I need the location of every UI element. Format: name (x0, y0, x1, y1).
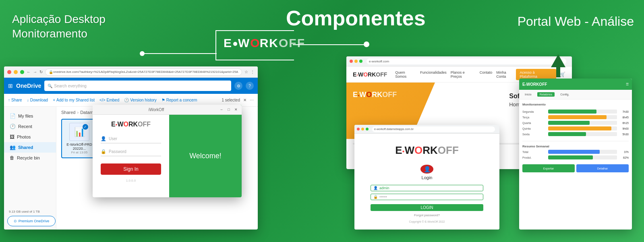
website-nav-items: Quem Somos Funcionalidades Planos e Preç… (395, 70, 516, 79)
analytics-row-4: Sexta 5h30 (522, 132, 629, 136)
popup-title: iWorkOff (96, 108, 217, 112)
left-section: Aplicação Desktop Monitoramento (12, 12, 106, 41)
wbc-max[interactable] (359, 60, 362, 63)
export-button[interactable]: Exportar (522, 164, 575, 172)
detail-button[interactable]: Detalhar (576, 164, 629, 172)
signin-button[interactable]: Sign In (101, 163, 161, 175)
analytics-summary: Resumo Semanal Total 37h Produt. 82% (522, 141, 629, 159)
file-date: Fri at 13:05 (71, 151, 87, 154)
onedrive-search[interactable]: 🔍 Search everything (44, 81, 231, 91)
onedrive-sidebar: 📄My files 🕐Recent 🖼Photos 👥Shared 🗑Recyc… (4, 107, 56, 230)
nav-item-quem[interactable]: Quem Somos (395, 70, 416, 79)
browser-close-btn[interactable] (7, 70, 11, 74)
wbc-close[interactable] (350, 60, 353, 63)
browser-chrome: ← → ↻ 🔒 onedrive.live.com/?authkey=%21AD… (4, 66, 258, 78)
nav-config[interactable]: Config. (558, 92, 572, 97)
login-username-input[interactable]: 👤 admin (371, 185, 483, 191)
desktop-popup: iWorkOff – □ ✕ E●WORKOFF 👤 User 🔒 Passwo… (93, 105, 242, 197)
selected-badge: 1 selected ✕ ⋯ (222, 98, 254, 102)
sidebar-item-photos[interactable]: 🖼Photos (4, 132, 56, 142)
browser-minimize-btn[interactable] (14, 70, 18, 74)
analytics-row-3: Quinta 9h00 (522, 126, 629, 130)
popup-left: E●WORKOFF 👤 User 🔒 Password Sign In 1.0.… (93, 105, 169, 197)
lbc-close[interactable] (357, 128, 360, 130)
sidebar-item-recent[interactable]: 🕐Recent (4, 121, 56, 132)
login-password-input[interactable]: 🔒 •••••• (371, 194, 483, 200)
left-connector-line (142, 53, 217, 54)
file-item[interactable]: 📊 ✓ E-WorkOff-PRD 20220... Fri at 13:05 (61, 119, 97, 158)
login-title: Login (422, 175, 433, 180)
sidebar-item-shared[interactable]: 👥Shared (4, 142, 56, 153)
analytics-content: Monitoramento Segunda 7h30 Terça 8h45 Qu… (519, 99, 632, 176)
add-shared-action[interactable]: + Add to my Shared list (53, 98, 95, 102)
analytics-row-2: Quarta 6h15 (522, 121, 629, 125)
website-logo: E●WORKOFF (353, 71, 387, 78)
nav-item-planos[interactable]: Planos e Preços (451, 70, 476, 79)
copyright-text: Copyright © E-WorkOff 2022 (409, 220, 445, 223)
center-logo: EWORKOFF (224, 36, 305, 50)
user-placeholder: User (109, 137, 117, 141)
password-placeholder: Password (109, 149, 126, 154)
popup-maximize[interactable]: □ (226, 107, 231, 112)
left-dot (140, 51, 145, 56)
popup-minimize[interactable]: – (219, 107, 224, 112)
analytics-buttons: Exportar Detalhar (522, 164, 629, 172)
portal-arrow (551, 54, 565, 77)
premium-onedrive-button[interactable]: ⊙ Premium OneDrive (7, 216, 56, 226)
analytics-screenshot: E●WORKOFF ☰ Início Relatórios Config. Mo… (519, 79, 632, 230)
componentes-heading: Componentes (286, 6, 426, 30)
nav-item-contato[interactable]: Contato (480, 70, 493, 79)
welcome-text: Welcome! (189, 152, 222, 160)
help-icon[interactable]: ? (246, 82, 254, 90)
popup-titlebar: iWorkOff – □ ✕ (93, 105, 242, 115)
sidebar-item-myfiles[interactable]: 📄My files (4, 111, 56, 121)
file-check: ✓ (83, 124, 88, 130)
login-button[interactable]: LOGIN (371, 204, 483, 211)
nav-relatorios[interactable]: Relatórios (537, 92, 555, 97)
url-bar[interactable]: 🔒 onedrive.live.com/?authkey=%21ADp8FbqW… (45, 68, 242, 76)
user-icon: 👤 (101, 136, 106, 141)
login-content: E●WORKOFF 👤 Login 👤 admin 🔒 •••••• LOGIN… (354, 134, 499, 230)
login-user-icon: 👤 (420, 165, 433, 174)
lock-icon: 🔒 (101, 149, 106, 154)
user-field[interactable]: 👤 User (101, 136, 161, 143)
settings-icon[interactable]: ⚙ (234, 82, 242, 90)
login-screenshot: e-workoff.datamobiapps.com.br E●WORKOFF … (354, 125, 499, 230)
version-history-action[interactable]: 🕐 Version history (124, 98, 157, 102)
wbc-min[interactable] (354, 60, 358, 63)
storage-text: 9.13 GB used of 1 TB (9, 210, 40, 213)
website-url: e-workoff.com (369, 60, 389, 63)
browser-maximize-btn[interactable] (20, 70, 24, 74)
popup-right: Welcome! (169, 105, 242, 197)
password-field[interactable]: 🔒 Password (101, 149, 161, 156)
left-heading-line2: Monitoramento (12, 27, 106, 41)
share-action[interactable]: ↑ Share (8, 98, 22, 102)
login-browser-chrome: e-workoff.datamobiapps.com.br (354, 125, 499, 134)
website-url-bar[interactable]: e-workoff.com (367, 58, 566, 64)
download-action[interactable]: ↓ Download (27, 98, 48, 102)
analytics-row-1: Terça 8h45 (522, 115, 629, 119)
lbc-min[interactable] (361, 128, 364, 130)
login-logo: E●WORKOFF (395, 144, 459, 157)
popup-version: 1.0.0.0 (126, 179, 136, 182)
nav-item-minha[interactable]: Minha Conta (496, 70, 516, 79)
main-container: Aplicação Desktop Monitoramento EWORKOFF… (0, 0, 644, 242)
file-name: E-WorkOff-PRD 20220... (65, 143, 93, 151)
website-browser-chrome: e-workoff.com (346, 56, 572, 66)
onedrive-topbar: ⊞ OneDrive 🔍 Search everything ⚙ ? (4, 78, 258, 94)
onedrive-logo: OneDrive (16, 83, 41, 89)
popup-close[interactable]: ✕ (234, 107, 238, 112)
nav-inicio[interactable]: Início (522, 92, 534, 97)
analytics-header: E●WORKOFF ☰ (519, 79, 632, 90)
left-heading-line1: Aplicação Desktop (12, 12, 106, 27)
login-url-bar[interactable]: e-workoff.datamobiapps.com.br (372, 126, 495, 132)
forgot-password-link[interactable]: Forgot password? (414, 213, 440, 217)
embed-action[interactable]: </> Embed (99, 98, 119, 102)
analytics-row-0: Segunda 7h30 (522, 110, 629, 114)
lbc-max[interactable] (366, 128, 369, 130)
sidebar-item-recycle[interactable]: 🗑Recycle bin (4, 153, 56, 163)
report-action[interactable]: ⚑ Report a concern (162, 98, 197, 102)
nav-item-func[interactable]: Funcionalidades (420, 70, 447, 79)
login-url-text: e-workoff.datamobiapps.com.br (374, 128, 414, 130)
file-icon-box: 📊 ✓ (69, 123, 89, 141)
